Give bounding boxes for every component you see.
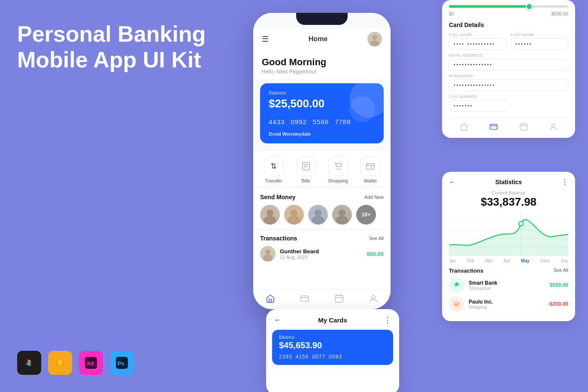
password-label: PASSWORD <box>449 74 568 78</box>
full-name-label: FULL NAME <box>449 33 506 37</box>
card-holder: Druid Wensleydale <box>269 131 375 137</box>
tool-icons-row: Xd Ps <box>17 351 134 375</box>
phone-bottom-nav <box>253 289 391 309</box>
cards-more-icon[interactable]: ⋮ <box>384 315 391 325</box>
send-money-section: Send Money Add New 10+ <box>253 188 391 228</box>
contacts-row: 10+ <box>260 205 384 225</box>
card-details-panel: $0 $500.00 Card Details FULL NAME •••• •… <box>442 0 575 138</box>
hamburger-icon[interactable]: ☰ <box>262 34 269 44</box>
cvv-input[interactable]: ••••••• <box>449 100 509 112</box>
panel-nav-profile[interactable] <box>539 122 569 131</box>
contact-4[interactable] <box>332 205 352 225</box>
stats-tx-smart-bank[interactable]: Smart Bank Transaction $500.00 <box>449 277 568 293</box>
email-group: EMAIL ADDRESS •••••••••••••• <box>449 53 568 70</box>
phone-main: ☰ Home Good Morning Hello, Niles Peppert… <box>253 13 391 309</box>
transactions-header: Transactions See All <box>260 235 384 242</box>
tx-date: 12 Aug, 2022 <box>280 255 362 260</box>
svg-point-27 <box>315 210 321 216</box>
stats-see-all[interactable]: See All <box>554 267 568 274</box>
slider-track[interactable] <box>449 5 568 8</box>
action-transfer[interactable]: ⇅ Transfer <box>258 156 290 183</box>
nav-home[interactable] <box>253 294 288 303</box>
shopping-icon <box>328 156 348 176</box>
send-money-title: Send Money <box>260 194 295 201</box>
phone-screen: ☰ Home Good Morning Hello, Niles Peppert… <box>253 13 391 309</box>
card-numbers: 4433 0992 5566 7788 <box>269 118 375 125</box>
smart-bank-amount: $500.00 <box>550 282 568 288</box>
password-input[interactable]: ••••••••••••••• <box>449 79 568 91</box>
contact-3[interactable] <box>308 205 328 225</box>
phone-header: ☰ Home <box>253 28 391 50</box>
hero-title: Personal Banking Mobile App UI Kit <box>17 21 223 73</box>
greeting-subtitle: Hello, Niles Peppertrout <box>262 69 382 75</box>
svg-rect-39 <box>490 125 497 130</box>
full-name-input[interactable]: •••• •••••••••• <box>449 38 506 50</box>
svg-point-25 <box>288 216 300 225</box>
month-feb: Feb <box>467 258 474 263</box>
add-new-link[interactable]: Add New <box>364 194 384 200</box>
month-may[interactable]: May <box>521 258 529 263</box>
stats-balance-label: Current Balance <box>449 190 568 195</box>
chart-months: Jan Feb Mar Apr May June July <box>449 258 568 263</box>
cards-balance-amount: $45,653.90 <box>279 340 386 350</box>
paulu-icon <box>449 296 464 312</box>
month-jan: Jan <box>449 258 456 263</box>
smart-bank-name: Smart Bank <box>469 280 546 286</box>
transactions-title: Transactions <box>260 235 297 242</box>
transaction-item[interactable]: Gunther Beard 12 Aug, 2022 $50.00 <box>260 246 384 261</box>
svg-point-34 <box>263 255 273 261</box>
svg-point-38 <box>372 295 375 299</box>
transfer-label: Transfer <box>265 178 282 183</box>
slider-labels: $0 $500.00 <box>449 11 568 16</box>
tx-avatar <box>260 246 276 261</box>
nav-profile[interactable] <box>356 294 391 303</box>
last-name-group: LAST NAME •••••• <box>511 33 568 50</box>
cards-back-icon[interactable]: ← <box>274 316 282 325</box>
bills-icon <box>296 156 316 176</box>
send-money-header: Send Money Add New <box>260 194 384 201</box>
smart-bank-info: Smart Bank Transaction <box>469 280 546 291</box>
nav-card[interactable] <box>288 294 322 303</box>
wallet-icon <box>361 156 380 176</box>
stats-balance-amount: $33,837.98 <box>449 195 568 209</box>
svg-point-28 <box>312 216 324 225</box>
panel-nav-card[interactable] <box>479 122 509 131</box>
tx-info: Gunther Beard 12 Aug, 2022 <box>280 248 362 260</box>
svg-point-21 <box>267 210 273 216</box>
phone-cards: ← My Cards ⋮ Balance $45,653.90 2393 415… <box>266 309 399 392</box>
stats-more-icon[interactable]: ⋮ <box>561 178 568 186</box>
panel-nav-home[interactable] <box>449 122 479 131</box>
action-shopping[interactable]: Shopping <box>322 156 354 183</box>
contact-2[interactable] <box>284 205 304 225</box>
svg-point-24 <box>291 210 297 216</box>
cards-balance-label: Balance <box>279 335 386 340</box>
cards-balance-card[interactable]: Balance $45,653.90 2393 4155 0077 0083 <box>272 330 393 365</box>
balance-card[interactable]: Balance $25,500.00 4433 0992 5566 7788 D… <box>260 83 384 143</box>
card-num-3: 5566 <box>313 118 329 125</box>
paulu-info: Paulu Inc. Shopping <box>469 299 544 310</box>
stats-tx-paulu[interactable]: Paulu Inc. Shopping -$200.00 <box>449 296 568 312</box>
contact-more[interactable]: 10+ <box>356 205 376 225</box>
card-num-4: 7788 <box>335 118 351 125</box>
user-avatar[interactable] <box>367 32 382 46</box>
stats-back-icon[interactable]: ← <box>449 178 456 186</box>
svg-point-48 <box>453 301 460 307</box>
action-wallet[interactable]: Wallet <box>354 156 386 183</box>
shopping-label: Shopping <box>328 178 348 183</box>
xd-icon: Xd <box>79 351 103 375</box>
panel-nav-calendar[interactable] <box>509 122 539 131</box>
nav-calendar[interactable] <box>322 294 356 303</box>
slider-fill <box>449 5 533 8</box>
paulu-category: Shopping <box>469 305 544 310</box>
contact-1[interactable] <box>260 205 280 225</box>
svg-point-33 <box>265 249 270 255</box>
last-name-label: LAST NAME <box>511 33 568 37</box>
email-input[interactable]: •••••••••••••• <box>449 59 568 70</box>
wallet-label: Wallet <box>364 178 376 183</box>
cvv-label: CVV NUMBER <box>449 94 568 99</box>
svg-point-18 <box>339 169 341 170</box>
last-name-input[interactable]: •••••• <box>511 38 568 50</box>
see-all-link[interactable]: See All <box>369 236 384 241</box>
action-bills[interactable]: Bills <box>290 156 322 183</box>
phone-header-title: Home <box>309 35 327 43</box>
